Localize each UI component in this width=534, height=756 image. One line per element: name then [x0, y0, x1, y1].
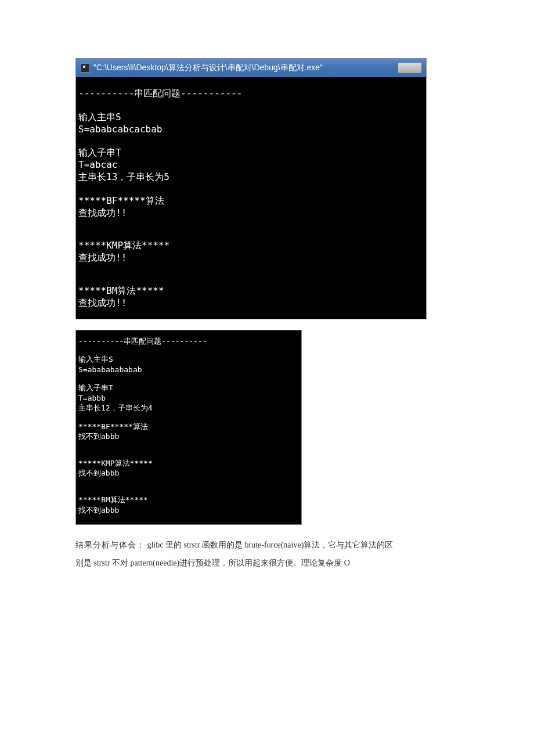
input-t-value: T=abbb — [78, 393, 299, 404]
input-t-value: T=abcac — [78, 159, 424, 171]
app-icon — [81, 63, 90, 73]
console-window-1: "C:\Users\li\Desktop\算法分析与设计\串配对\Debug\串… — [75, 58, 427, 319]
bf-title: *****BF*****算法 — [78, 422, 299, 432]
document-paragraph: 结果分析与体会： glibc 里的 strstr 函数用的是 brute-for… — [75, 537, 447, 573]
kmp-result: 找不到abbb — [78, 468, 299, 478]
input-s-label: 输入主串S — [78, 111, 424, 124]
header-line: ----------串匹配问题----------- — [78, 88, 424, 100]
console-content: ----------串匹配问题---------- 输入主串S S=ababab… — [76, 330, 301, 525]
length-info: 主串长12，子串长为4 — [78, 403, 299, 413]
doc-line-2: 别是 strstr 不对 pattern(needle)进行预处理，所以用起来很… — [75, 555, 447, 573]
bf-result: 查找成功!! — [78, 207, 424, 219]
bm-result: 找不到abbb — [78, 505, 299, 516]
input-s-label: 输入主串S — [78, 354, 299, 365]
header-line: ----------串匹配问题---------- — [78, 336, 299, 347]
bf-title: *****BF*****算法 — [78, 195, 424, 207]
length-info: 主串长13，子串长为5 — [78, 171, 424, 183]
doc-text-1: glibc 里的 strstr 函数用的是 brute-force(naive)… — [145, 541, 393, 549]
input-t-label: 输入子串T — [78, 383, 299, 393]
bm-result: 查找成功!! — [78, 297, 424, 309]
titlebar-controls[interactable] — [398, 63, 421, 73]
bf-result: 找不到abbb — [78, 431, 299, 442]
kmp-title: *****KMP算法***** — [78, 458, 299, 469]
doc-line-1: 结果分析与体会： glibc 里的 strstr 函数用的是 brute-for… — [75, 537, 447, 555]
doc-label: 结果分析与体会： — [75, 541, 145, 549]
titlebar[interactable]: "C:\Users\li\Desktop\算法分析与设计\串配对\Debug\串… — [76, 59, 426, 77]
kmp-title: *****KMP算法***** — [78, 240, 424, 252]
console-content: ----------串匹配问题----------- 输入主串S S=ababc… — [76, 77, 426, 319]
kmp-result: 查找成功!! — [78, 252, 424, 264]
window-title: "C:\Users\li\Desktop\算法分析与设计\串配对\Debug\串… — [93, 63, 398, 73]
input-t-label: 输入子串T — [78, 147, 424, 159]
input-s-value: S=abababababab — [78, 365, 299, 375]
bm-title: *****BM算法***** — [78, 285, 424, 297]
bm-title: *****BM算法***** — [78, 495, 299, 505]
console-window-2: ----------串匹配问题---------- 输入主串S S=ababab… — [75, 330, 302, 525]
input-s-value: S=ababcabcacbab — [78, 124, 424, 136]
